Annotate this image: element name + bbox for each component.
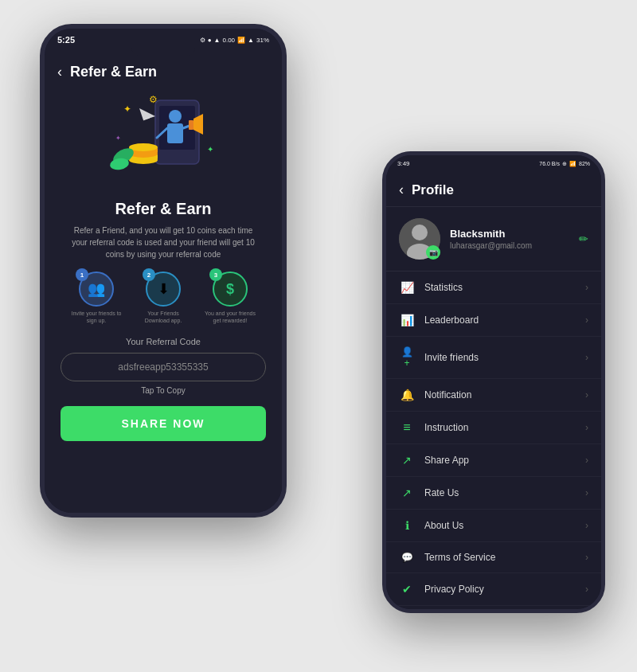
step-3-number: 3	[209, 268, 222, 281]
step-1-circle: 1 👥	[79, 272, 114, 307]
invite-friends-label: Invite friends	[424, 352, 576, 363]
code-label: Your Referral Code	[126, 337, 201, 346]
terms-label: Terms of Service	[424, 552, 576, 563]
time-1: 5:25	[57, 35, 75, 45]
step-2-label: Your Friends Download app.	[135, 310, 191, 324]
chevron-icon: ›	[585, 389, 588, 400]
svg-point-2	[169, 110, 182, 123]
header-1: ‹ Refer & Earn	[45, 56, 282, 88]
step-1-label: Invite your friends to sign up.	[68, 310, 124, 324]
about-us-label: About Us	[424, 520, 576, 531]
phone1-content: ✦ ✦ ✦ ⚙ Refer & Earn Refer a Friend,	[45, 88, 282, 513]
menu-item-share-app[interactable]: ↗ Share App ›	[386, 444, 601, 477]
referral-code: adsfreeapp53355335	[61, 353, 266, 381]
share-app-label: Share App	[424, 455, 576, 466]
camera-icon[interactable]: 📷	[426, 245, 440, 260]
menu-item-terms[interactable]: 💬 Terms of Service ›	[386, 542, 601, 573]
tap-copy-label: Tap To Copy	[141, 386, 185, 395]
instruction-label: Instruction	[424, 422, 576, 433]
svg-rect-7	[189, 120, 193, 130]
privacy-icon: ✔	[399, 583, 415, 596]
refer-description: Refer a Friend, and you will get 10 coin…	[61, 225, 266, 260]
step-2-circle: 2 ⬇	[146, 272, 181, 307]
header-2: ‹ Profile	[386, 175, 601, 207]
scene: 5:25 ⚙ ● ▲ 0.00 📶 ▲ 31% ‹ Refer & Earn	[0, 0, 637, 672]
svg-text:✦: ✦	[115, 135, 121, 142]
menu-item-statistics[interactable]: 📈 Statistics ›	[386, 272, 601, 304]
chevron-icon: ›	[585, 552, 588, 563]
chevron-icon: ›	[585, 422, 588, 433]
chevron-icon: ›	[585, 487, 588, 498]
invite-friends-icon: 👤+	[399, 346, 415, 369]
svg-point-12	[129, 143, 158, 151]
step-3-circle: 3 $	[213, 272, 248, 307]
chevron-icon: ›	[585, 520, 588, 531]
profile-name: Blacksmith	[450, 228, 569, 240]
instruction-icon: ≡	[399, 421, 415, 434]
status-icons-2: 76.0 B/s ⊕ 📶 82%	[539, 161, 590, 167]
menu-item-leaderboard[interactable]: 📊 Leaderboard ›	[386, 304, 601, 337]
time-2: 3:49	[397, 160, 410, 167]
notification-icon: 🔔	[399, 389, 415, 401]
menu-item-rate-us[interactable]: ↗ Rate Us ›	[386, 477, 601, 510]
privacy-label: Privacy Policy	[424, 584, 576, 595]
step-2-number: 2	[143, 268, 155, 281]
chevron-icon: ›	[585, 282, 588, 293]
step-3: 3 $ You and your friends get rewarded!	[202, 272, 258, 324]
steps-row: 1 👥 Invite your friends to sign up. 2 ⬇ …	[68, 272, 258, 324]
profile-email: luharasgar@gmail.com	[450, 241, 569, 250]
page-title-2: Profile	[412, 182, 454, 198]
phone2: 3:49 76.0 B/s ⊕ 📶 82% ‹ Profile	[382, 151, 605, 613]
menu-list: 📈 Statistics › 📊 Leaderboard › 👤+ Invite…	[386, 272, 601, 609]
svg-point-22	[412, 225, 428, 240]
status-bar-1: 5:25 ⚙ ● ▲ 0.00 📶 ▲ 31%	[45, 29, 282, 48]
menu-item-privacy[interactable]: ✔ Privacy Policy ›	[386, 573, 601, 606]
terms-icon: 💬	[399, 552, 415, 563]
menu-item-about-us[interactable]: ℹ About Us ›	[386, 510, 601, 542]
leaderboard-label: Leaderboard	[424, 315, 576, 326]
back-button-1[interactable]: ‹	[57, 64, 62, 80]
status-icons-1: ⚙ ● ▲ 0.00 📶 ▲ 31%	[200, 37, 269, 44]
menu-item-notification[interactable]: 🔔 Notification ›	[386, 379, 601, 412]
menu-item-invite-friends[interactable]: 👤+ Invite friends ›	[386, 337, 601, 379]
step-3-label: You and your friends get rewarded!	[202, 310, 258, 324]
refer-title: Refer & Earn	[115, 200, 211, 218]
refer-illustration: ✦ ✦ ✦ ⚙	[100, 88, 227, 192]
svg-text:⚙: ⚙	[149, 94, 158, 105]
svg-text:✦: ✦	[207, 145, 213, 154]
menu-item-logout[interactable]: ⏻ Logout ›	[386, 606, 601, 609]
notification-label: Notification	[424, 389, 576, 400]
status-bar-2: 3:49 76.0 B/s ⊕ 📶 82%	[386, 155, 601, 169]
chevron-icon: ›	[585, 455, 588, 466]
chevron-icon: ›	[585, 352, 588, 363]
chevron-icon: ›	[585, 315, 588, 326]
share-app-icon: ↗	[399, 454, 415, 467]
page-title-1: Refer & Earn	[70, 64, 157, 80]
rate-us-label: Rate Us	[424, 487, 576, 498]
step-1-number: 1	[76, 268, 88, 281]
illustration-svg: ✦ ✦ ✦ ⚙	[100, 88, 227, 192]
back-button-2[interactable]: ‹	[399, 182, 404, 198]
edit-profile-button[interactable]: ✏	[579, 232, 588, 245]
step-1: 1 👥 Invite your friends to sign up.	[68, 272, 124, 324]
avatar-wrapper: 📷	[399, 218, 440, 260]
rate-us-icon: ↗	[399, 486, 415, 499]
profile-info: Blacksmith luharasgar@gmail.com	[450, 228, 569, 250]
statistics-icon: 📈	[399, 281, 415, 294]
notch-2	[466, 169, 522, 175]
phone1: 5:25 ⚙ ● ▲ 0.00 📶 ▲ 31% ‹ Refer & Earn	[40, 24, 287, 518]
svg-text:✦: ✦	[123, 104, 131, 115]
chevron-icon: ›	[585, 584, 588, 595]
share-now-button[interactable]: SHARE NOW	[61, 406, 266, 441]
about-us-icon: ℹ	[399, 519, 415, 532]
leaderboard-icon: 📊	[399, 314, 415, 326]
svg-rect-3	[167, 123, 183, 143]
statistics-label: Statistics	[424, 282, 576, 293]
profile-section: 📷 Blacksmith luharasgar@gmail.com ✏	[386, 207, 601, 272]
step-2: 2 ⬇ Your Friends Download app.	[135, 272, 191, 324]
menu-item-instruction[interactable]: ≡ Instruction ›	[386, 412, 601, 444]
notch-1	[131, 48, 195, 56]
